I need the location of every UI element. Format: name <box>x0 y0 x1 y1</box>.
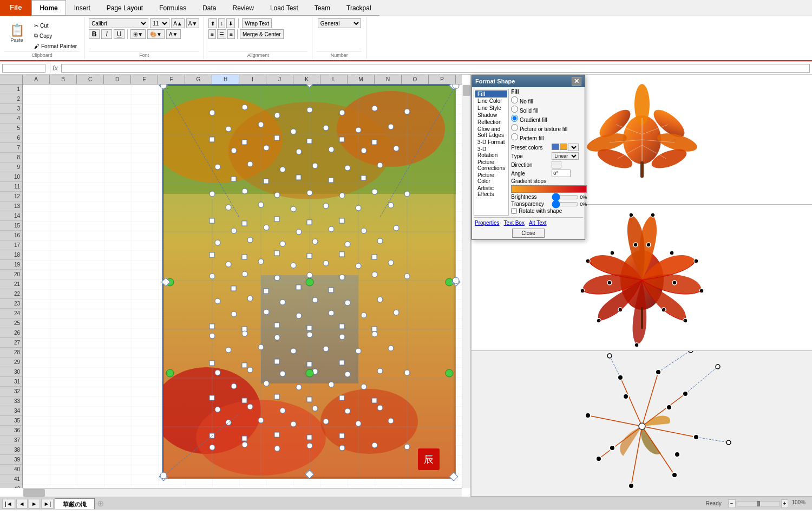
name-box[interactable] <box>2 64 45 73</box>
col-header-L[interactable]: L <box>320 75 348 84</box>
row-header-23[interactable]: 23 <box>0 299 22 309</box>
row-header-37[interactable]: 37 <box>0 435 22 445</box>
row-header-22[interactable]: 22 <box>0 289 22 299</box>
align-top-button[interactable]: ⬆ <box>208 18 217 28</box>
nav-fill[interactable]: Fill <box>475 90 507 97</box>
nav-3d-format[interactable]: 3-D Format <box>475 139 507 146</box>
row-header-40[interactable]: 40 <box>0 465 22 474</box>
underline-button[interactable]: U <box>114 29 125 39</box>
pattern-fill-option[interactable]: Pattern fill <box>511 133 587 141</box>
row-header-4[interactable]: 4 <box>0 114 22 123</box>
solid-fill-option[interactable]: Solid fill <box>511 106 587 114</box>
sheet-tab-main[interactable]: 華厳の滝 <box>55 498 95 509</box>
preset-color-1[interactable] <box>552 144 559 150</box>
row-header-25[interactable]: 25 <box>0 318 22 328</box>
formula-input[interactable] <box>61 64 810 73</box>
row-header-14[interactable]: 14 <box>0 211 22 221</box>
row-header-28[interactable]: 28 <box>0 348 22 357</box>
font-size-select[interactable]: 11 <box>150 18 169 28</box>
tab-nav-next[interactable]: ► <box>29 499 40 509</box>
align-center-button[interactable]: ☰ <box>217 29 226 39</box>
gradient-bar[interactable] <box>511 185 587 193</box>
col-header-N[interactable]: N <box>375 75 402 84</box>
nav-line-color[interactable]: Line Color <box>475 97 507 105</box>
row-header-36[interactable]: 36 <box>0 426 22 435</box>
file-tab[interactable]: File <box>0 0 31 16</box>
row-header-39[interactable]: 39 <box>0 455 22 465</box>
cut-button[interactable]: ✂ Cut <box>31 21 80 30</box>
col-header-P[interactable]: P <box>429 75 456 84</box>
nav-glow[interactable]: Glow and Soft Edges <box>475 126 507 139</box>
alt-text-link[interactable]: Alt Text <box>529 220 547 226</box>
row-header-11[interactable]: 11 <box>0 182 22 192</box>
col-header-D[interactable]: D <box>104 75 131 84</box>
preset-colors-dropdown[interactable] <box>568 144 579 151</box>
nav-artistic-effects[interactable]: Artistic Effects <box>475 185 507 198</box>
row-header-19[interactable]: 19 <box>0 260 22 270</box>
col-header-E[interactable]: E <box>131 75 158 84</box>
tab-team[interactable]: Team <box>306 0 338 15</box>
row-header-1[interactable]: 1 <box>0 84 22 94</box>
row-header-21[interactable]: 21 <box>0 279 22 289</box>
zoom-in-button[interactable]: + <box>781 499 789 508</box>
row-header-15[interactable]: 15 <box>0 221 22 231</box>
row-header-9[interactable]: 9 <box>0 162 22 172</box>
text-box-link[interactable]: Text Box <box>504 220 525 226</box>
tab-trackpal[interactable]: Trackpal <box>338 0 379 15</box>
font-color-button[interactable]: A▼ <box>166 29 181 39</box>
tab-nav-last[interactable]: ►| <box>41 499 54 509</box>
tab-page-layout[interactable]: Page Layout <box>99 0 151 15</box>
type-select[interactable]: Linear <box>552 152 579 160</box>
cells-area[interactable]: 辰 <box>23 84 462 488</box>
col-header-O[interactable]: O <box>402 75 429 84</box>
tab-review[interactable]: Review <box>225 0 262 15</box>
col-header-H[interactable]: H <box>212 75 239 84</box>
artwork-container[interactable]: 辰 <box>162 84 455 478</box>
row-header-8[interactable]: 8 <box>0 153 22 162</box>
col-header-K[interactable]: K <box>293 75 320 84</box>
format-dialog-close-button[interactable]: ✕ <box>572 77 581 86</box>
nav-picture-color[interactable]: Picture Color <box>475 172 507 185</box>
row-header-38[interactable]: 38 <box>0 445 22 455</box>
row-header-5[interactable]: 5 <box>0 123 22 133</box>
bold-button[interactable]: B <box>89 29 100 39</box>
transparency-slider[interactable] <box>552 201 579 207</box>
properties-link[interactable]: Properties <box>475 220 500 226</box>
no-fill-option[interactable]: No fill <box>511 96 587 105</box>
tab-formulas[interactable]: Formulas <box>151 0 194 15</box>
gradient-fill-option[interactable]: Gradient fill <box>511 115 587 123</box>
tab-nav-first[interactable]: |◄ <box>2 499 15 509</box>
add-sheet-button[interactable]: ⊕ <box>97 498 104 509</box>
row-header-31[interactable]: 31 <box>0 377 22 387</box>
italic-button[interactable]: I <box>101 29 112 39</box>
tab-insert[interactable]: Insert <box>66 0 99 15</box>
row-header-34[interactable]: 34 <box>0 406 22 416</box>
col-header-C[interactable]: C <box>77 75 104 84</box>
row-header-17[interactable]: 17 <box>0 240 22 250</box>
fill-color-button[interactable]: 🎨▼ <box>147 29 165 39</box>
row-header-16[interactable]: 16 <box>0 231 22 240</box>
tab-load-test[interactable]: Load Test <box>262 0 306 15</box>
col-header-A[interactable]: A <box>23 75 50 84</box>
tab-data[interactable]: Data <box>194 0 224 15</box>
col-header-F[interactable]: F <box>158 75 185 84</box>
decrease-font-button[interactable]: A▼ <box>186 18 200 28</box>
nav-shadow[interactable]: Shadow <box>475 112 507 119</box>
row-header-35[interactable]: 35 <box>0 416 22 426</box>
align-bottom-button[interactable]: ⬇ <box>226 18 235 28</box>
col-header-I[interactable]: I <box>239 75 266 84</box>
row-header-20[interactable]: 20 <box>0 270 22 279</box>
format-painter-button[interactable]: 🖌 Format Painter <box>31 41 80 51</box>
row-header-18[interactable]: 18 <box>0 250 22 260</box>
col-header-M[interactable]: M <box>348 75 375 84</box>
row-header-2[interactable]: 2 <box>0 94 22 104</box>
row-header-41[interactable]: 41 <box>0 474 22 484</box>
paste-button[interactable]: 📋 Paste <box>4 18 29 49</box>
row-header-30[interactable]: 30 <box>0 367 22 377</box>
tab-home[interactable]: Home <box>31 0 66 15</box>
row-header-10[interactable]: 10 <box>0 172 22 182</box>
row-header-13[interactable]: 13 <box>0 201 22 211</box>
zoom-out-button[interactable]: − <box>728 499 736 508</box>
rotate-gradient-checkbox[interactable] <box>511 208 517 214</box>
vertical-scrollbar[interactable] <box>462 84 470 488</box>
